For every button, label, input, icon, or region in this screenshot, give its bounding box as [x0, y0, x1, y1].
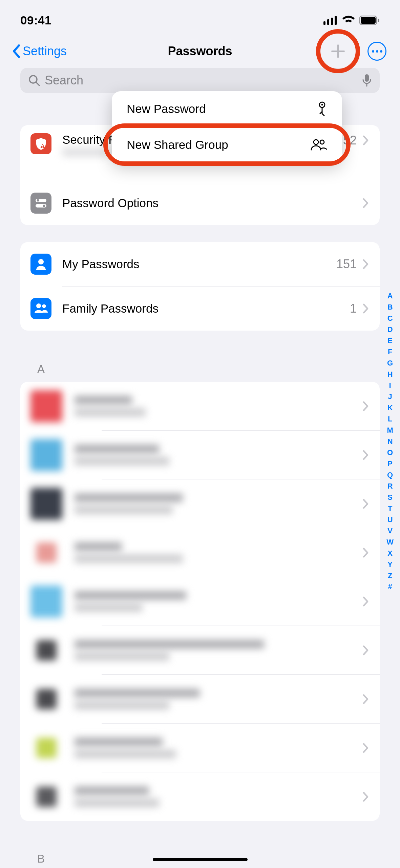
alpha-index-letter[interactable]: T — [388, 504, 392, 513]
my-passwords-row[interactable]: My Passwords 151 — [20, 242, 380, 286]
alpha-index-letter[interactable]: V — [387, 527, 393, 535]
list-section-header: B — [37, 852, 45, 865]
password-row[interactable] — [20, 626, 380, 674]
svg-point-15 — [314, 140, 318, 144]
alpha-index-letter[interactable]: I — [389, 381, 391, 390]
cellular-icon — [323, 16, 338, 25]
alpha-index-letter[interactable]: S — [387, 493, 393, 502]
password-row[interactable] — [20, 772, 380, 821]
shield-alert-icon — [30, 133, 51, 154]
svg-rect-1 — [327, 19, 329, 25]
password-row[interactable] — [20, 577, 380, 626]
password-row[interactable] — [20, 528, 380, 577]
svg-point-24 — [36, 303, 41, 308]
popup-item-label: New Shared Group — [127, 138, 228, 152]
chevron-right-icon — [363, 197, 370, 209]
add-button[interactable] — [329, 42, 347, 60]
svg-rect-18 — [42, 145, 43, 146]
svg-rect-0 — [323, 21, 325, 25]
blurred-content — [75, 737, 363, 758]
svg-line-10 — [36, 82, 39, 85]
alpha-index-letter[interactable]: O — [387, 448, 393, 457]
passwords-list — [20, 382, 380, 821]
password-row[interactable] — [20, 724, 380, 772]
key-icon — [317, 101, 327, 116]
site-icon — [36, 787, 57, 807]
people-icon — [30, 298, 51, 319]
site-icon — [30, 586, 62, 617]
alpha-index-letter[interactable]: # — [388, 583, 392, 591]
site-icon — [36, 640, 57, 660]
blurred-content — [75, 542, 363, 563]
alpha-index-letter[interactable]: B — [387, 303, 393, 312]
svg-point-22 — [43, 205, 45, 207]
back-button[interactable]: Settings — [12, 44, 67, 58]
svg-point-17 — [42, 146, 43, 147]
svg-point-23 — [38, 259, 44, 264]
new-password-menu-item[interactable]: New Password — [112, 91, 342, 127]
alpha-index-letter[interactable]: J — [388, 392, 392, 401]
site-icon — [36, 689, 57, 709]
blurred-content — [75, 591, 363, 612]
battery-icon — [359, 16, 380, 25]
site-icon — [30, 488, 62, 520]
password-row[interactable] — [20, 675, 380, 723]
more-button[interactable] — [367, 42, 386, 61]
blurred-content — [75, 786, 363, 807]
alpha-index-letter[interactable]: W — [386, 538, 394, 547]
alpha-index-letter[interactable]: K — [387, 403, 393, 412]
family-passwords-row[interactable]: Family Passwords 1 — [20, 287, 380, 331]
alpha-index-letter[interactable]: M — [387, 426, 393, 435]
alpha-index-letter[interactable]: Q — [387, 471, 393, 479]
password-row[interactable] — [20, 479, 380, 528]
chevron-right-icon — [363, 645, 370, 656]
chevron-right-icon — [363, 791, 370, 803]
new-shared-group-menu-item[interactable]: New Shared Group — [112, 127, 342, 162]
alpha-index-letter[interactable]: N — [387, 437, 393, 446]
svg-point-16 — [320, 140, 324, 144]
blurred-content — [75, 640, 363, 661]
alpha-index-letter[interactable]: A — [387, 292, 393, 300]
add-menu-popup: New Password New Shared Group — [112, 91, 342, 162]
alpha-index-letter[interactable]: R — [387, 482, 393, 491]
alpha-index-letter[interactable]: X — [387, 549, 393, 558]
person-icon — [30, 254, 51, 275]
search-icon — [28, 75, 40, 86]
blurred-content — [75, 396, 363, 417]
alpha-index-letter[interactable]: U — [387, 515, 393, 524]
site-icon — [36, 738, 57, 758]
password-row[interactable] — [20, 382, 380, 430]
alpha-index-letter[interactable]: P — [387, 459, 393, 468]
alpha-index-letter[interactable]: E — [387, 336, 393, 345]
svg-point-20 — [37, 199, 39, 202]
search-input[interactable]: Search — [20, 68, 380, 93]
svg-point-9 — [29, 76, 37, 83]
alpha-index-letter[interactable]: F — [388, 348, 392, 356]
chevron-right-icon — [363, 400, 370, 412]
people-icon — [310, 139, 327, 151]
alpha-index-letter[interactable]: Y — [387, 560, 393, 569]
microphone-icon[interactable] — [362, 74, 372, 87]
alpha-index-letter[interactable]: D — [387, 325, 393, 334]
chevron-right-icon — [363, 498, 370, 510]
row-count: 151 — [336, 257, 357, 271]
home-indicator[interactable] — [153, 858, 248, 861]
password-options-row[interactable]: Password Options — [20, 181, 380, 225]
alphabet-index[interactable]: ABCDEFGHIJKLMNOPQRSTUVWXYZ# — [386, 292, 394, 591]
password-row[interactable] — [20, 431, 380, 479]
site-icon — [30, 390, 62, 422]
chevron-right-icon — [363, 596, 370, 607]
alpha-index-letter[interactable]: L — [388, 415, 392, 423]
alpha-index-letter[interactable]: C — [387, 314, 393, 323]
back-label: Settings — [23, 44, 67, 58]
alpha-index-letter[interactable]: G — [387, 359, 393, 368]
dot-icon — [380, 50, 382, 53]
site-icon — [36, 542, 57, 563]
svg-point-14 — [321, 104, 323, 106]
list-section-header: A — [0, 363, 400, 382]
alpha-index-letter[interactable]: H — [387, 370, 393, 379]
chevron-right-icon — [363, 449, 370, 461]
row-label: Password Options — [62, 196, 363, 210]
chevron-right-icon — [363, 742, 370, 754]
alpha-index-letter[interactable]: Z — [388, 571, 392, 580]
